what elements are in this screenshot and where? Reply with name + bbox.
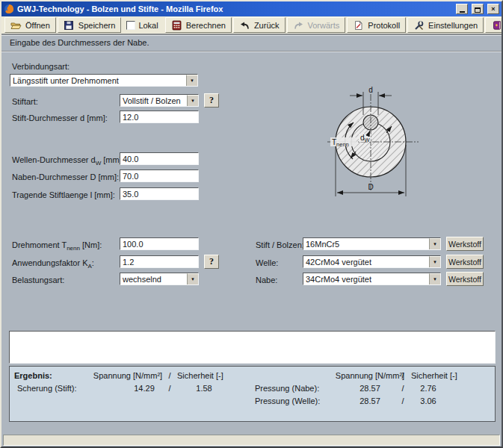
- protocol-button[interactable]: Protokoll: [347, 17, 406, 33]
- result-pressung-nabe-spannung: 28.57: [346, 384, 394, 393]
- minimize-icon: [460, 11, 465, 13]
- bottom-statusbar: [3, 435, 500, 446]
- result-left-header-spannung: Spannung [N/mm²]: [87, 371, 169, 380]
- result-left-header-slash: /: [165, 371, 174, 380]
- application-window: GWJ-Technology - Bolzen und Stifte - Moz…: [0, 0, 503, 448]
- floppy-disk-icon: [64, 20, 75, 31]
- chevron-down-icon[interactable]: ▼: [429, 273, 440, 284]
- nabe-select[interactable]: 34CrMo4 vergütet ▼: [303, 273, 441, 285]
- local-checkbox-label: Lokal: [138, 21, 158, 30]
- chevron-down-icon[interactable]: ▼: [187, 95, 198, 106]
- result-pressung-welle-sicherheit: 3.06: [404, 396, 452, 405]
- back-button[interactable]: Zurück: [233, 17, 286, 33]
- book-icon: [491, 20, 502, 31]
- verbindungsart-select[interactable]: Längsstift unter Drehmoment ▼: [10, 74, 198, 87]
- forward-button[interactable]: Vorwärts: [287, 17, 346, 33]
- dim-D-label: D: [368, 183, 373, 191]
- close-button[interactable]: ×: [487, 4, 499, 14]
- titlebar[interactable]: GWJ-Technology - Bolzen und Stifte - Moz…: [1, 1, 502, 16]
- chevron-down-icon[interactable]: ▼: [429, 256, 440, 267]
- stiftlaenge-input[interactable]: [120, 187, 199, 200]
- open-button-label: Öffnen: [25, 21, 50, 30]
- stiftart-select[interactable]: Vollstift / Bolzen ▼: [120, 94, 199, 107]
- drehmoment-label: Drehmoment Tnenn [Nm]:: [12, 240, 102, 252]
- settings-button-label: Einstellungen: [428, 21, 478, 30]
- result-scherung-spannung: 14.29: [120, 384, 168, 393]
- calculate-button[interactable]: Berechnen: [165, 17, 232, 33]
- anwendungsfaktor-help-button[interactable]: ?: [204, 255, 219, 269]
- maximize-button[interactable]: [472, 4, 484, 14]
- results-panel: Ergebnis: Spannung [N/mm²] / Sicherheit …: [9, 366, 496, 422]
- result-scherung-label: Scherung (Stift):: [17, 384, 76, 393]
- result-scherung-slash: /: [165, 384, 174, 393]
- result-pressung-welle-spannung: 28.57: [346, 396, 394, 405]
- local-checkbox[interactable]: [126, 21, 135, 30]
- anwendungsfaktor-input[interactable]: [120, 255, 199, 268]
- stift-bolzen-select[interactable]: 16MnCr5 ▼: [303, 237, 441, 250]
- werkstoff-button-welle[interactable]: Werkstoff: [446, 255, 484, 269]
- stiftart-label: Stiftart:: [12, 97, 38, 106]
- belastungsart-label: Belastungsart:: [12, 276, 64, 284]
- settings-button[interactable]: Einstellungen: [407, 17, 484, 33]
- tools-icon: [413, 20, 425, 31]
- cross-section-diagram: d D Tnenn dW: [315, 82, 442, 202]
- welle-value: 42CrMo4 vergütet: [303, 258, 429, 267]
- result-right-header-sicherheit: Sicherheit [-]: [411, 371, 457, 380]
- save-button-label: Speichern: [78, 21, 116, 30]
- stift-bolzen-label: Stift / Bolzen:: [256, 240, 304, 249]
- verbindungsart-label: Verbindungsart:: [12, 62, 70, 71]
- back-arrow-icon: [239, 20, 250, 31]
- drehmoment-input[interactable]: [120, 237, 199, 250]
- stiftlaenge-label: Tragende Stiftlaenge l [mm]:: [12, 190, 115, 199]
- message-output-box: [9, 331, 496, 364]
- back-button-label: Zurück: [254, 21, 280, 30]
- forward-arrow-icon: [293, 20, 304, 31]
- welle-label: Welle:: [256, 258, 278, 267]
- werkstoff-button-nabe[interactable]: Werkstoff: [446, 272, 484, 286]
- verbindungsart-value: Längsstift unter Drehmoment: [10, 76, 186, 85]
- naben-durchmesser-input[interactable]: [120, 169, 199, 182]
- stiftart-value: Vollstift / Bolzen: [120, 96, 187, 105]
- belastungsart-select[interactable]: wechselnd ▼: [120, 273, 199, 285]
- save-button[interactable]: Speichern: [58, 17, 122, 33]
- stift-durchmesser-label: Stift-Durchmesser d [mm]:: [12, 113, 108, 122]
- result-pressung-nabe-sicherheit: 2.76: [404, 384, 452, 393]
- window-title: GWJ-Technology - Bolzen und Stifte - Moz…: [17, 4, 452, 13]
- welle-select[interactable]: 42CrMo4 vergütet ▼: [303, 255, 441, 268]
- naben-durchmesser-label: Naben-Durchmesser D [mm]:: [12, 172, 119, 181]
- werkstoff-button-stift[interactable]: Werkstoff: [446, 237, 484, 251]
- local-checkbox-wrap: Lokal: [126, 21, 158, 30]
- stift-durchmesser-input[interactable]: [120, 111, 199, 123]
- nabe-label: Nabe:: [256, 276, 277, 284]
- calculate-button-label: Berechnen: [186, 21, 226, 30]
- open-folder-icon: [10, 20, 22, 31]
- forward-button-label: Vorwärts: [308, 21, 340, 30]
- result-pressung-welle-label: Pressung (Welle):: [255, 396, 320, 405]
- result-pressung-nabe-label: Pressung (Nabe):: [255, 384, 319, 393]
- firefox-icon: [4, 4, 14, 14]
- calculator-icon: [171, 20, 182, 31]
- open-button[interactable]: Öffnen: [4, 17, 56, 33]
- chevron-down-icon[interactable]: ▼: [186, 75, 197, 86]
- dim-d-label: d: [368, 86, 373, 94]
- stiftart-help-button[interactable]: ?: [204, 93, 219, 108]
- belastungsart-value: wechselnd: [120, 275, 187, 284]
- chevron-down-icon[interactable]: ▼: [429, 238, 440, 249]
- anwendungsfaktor-label: Anwendungsfaktor KA:: [12, 258, 94, 270]
- results-title: Ergebnis:: [14, 371, 52, 380]
- result-left-header-sicherheit: Sicherheit [-]: [177, 371, 223, 380]
- protocol-button-label: Protokoll: [368, 21, 400, 30]
- status-message: Eingabe des Durchmessers der Nabe.: [1, 34, 502, 52]
- wellen-durchmesser-label: Wellen-Durchmesser dW [mm]:: [12, 155, 124, 167]
- close-icon: ×: [491, 5, 495, 13]
- nabe-value: 34CrMo4 vergütet: [303, 275, 429, 284]
- minimize-button[interactable]: [456, 4, 468, 14]
- result-right-header-slash: /: [398, 371, 407, 380]
- wellen-durchmesser-input[interactable]: [120, 152, 199, 165]
- help-button[interactable]: Hilfe: [485, 17, 503, 33]
- chevron-down-icon[interactable]: ▼: [187, 273, 198, 284]
- maximize-icon: [475, 7, 481, 13]
- toolbar: Öffnen Speichern Lokal Berechnen Zurück: [1, 16, 502, 34]
- result-scherung-sicherheit: 1.58: [180, 384, 228, 393]
- document-icon: [353, 20, 364, 31]
